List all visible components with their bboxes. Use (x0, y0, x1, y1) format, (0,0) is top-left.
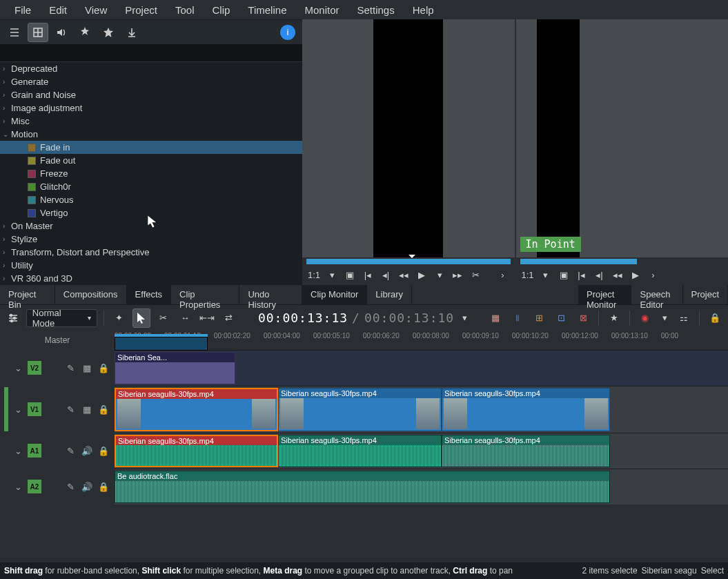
chevron-down-icon[interactable]: ⌄ (11, 480, 25, 493)
clip-monitor-scrubber[interactable] (306, 259, 511, 264)
track-head-a2[interactable]: ⌄ A2 ✎ 🔊 🔒 (0, 469, 115, 504)
tree-item-nervous[interactable]: Nervous (0, 193, 302, 206)
play-icon[interactable]: ▶ (414, 267, 429, 282)
tree-item-fade-in[interactable]: Fade in (0, 141, 302, 154)
tree-item-deprecated[interactable]: ›Deprecated (0, 62, 302, 75)
play-icon[interactable]: ▶ (628, 267, 643, 282)
snap-icon[interactable]: ⊞ (531, 308, 549, 328)
clip-a1-2[interactable]: Siberian seagulls-30fps.mp4 (442, 435, 610, 467)
zoom-label[interactable]: 1:1 (520, 267, 535, 282)
tab-effects[interactable]: Effects (127, 285, 172, 304)
chevron-down-icon[interactable]: ⌄ (11, 361, 25, 375)
track-head-a1[interactable]: ⌄ A1 ✎ 🔊 🔒 (0, 433, 115, 469)
lock-icon[interactable]: 🔒 (706, 308, 724, 328)
tree-item-freeze[interactable]: Freeze (0, 167, 302, 180)
tags-icon[interactable]: ⊠ (575, 308, 593, 328)
edit-mode-select[interactable]: Normal Mode (26, 309, 97, 327)
track-label-v1[interactable]: V1 (28, 402, 41, 416)
lock-icon[interactable]: 🔒 (97, 361, 110, 375)
lock-icon[interactable]: 🔒 (97, 444, 110, 458)
stop-icon[interactable]: ▣ (342, 267, 357, 282)
skip-start-icon[interactable]: |◂ (574, 267, 589, 282)
rewind-icon[interactable]: ◂◂ (396, 267, 411, 282)
track-label-v2[interactable]: V2 (28, 361, 41, 375)
tree-item-motion[interactable]: ⌄Motion (0, 128, 302, 141)
chevron-down-icon[interactable]: ▾ (432, 267, 447, 282)
thumbs-icon[interactable]: ▦ (486, 308, 504, 328)
tree-item-transform[interactable]: ›Transform, Distort and Perspective (0, 246, 302, 259)
menu-tool[interactable]: Tool (166, 1, 204, 19)
fast-forward-icon[interactable]: ▸▸ (450, 267, 465, 282)
chevron-down-icon[interactable]: ▾ (458, 311, 471, 326)
menu-settings[interactable]: Settings (348, 1, 404, 19)
zoom-label[interactable]: 1:1 (306, 267, 322, 282)
fx-icon[interactable]: ✎ (63, 444, 77, 458)
tab-undo-history[interactable]: Undo History (239, 285, 302, 304)
step-back-icon[interactable]: ◂| (378, 267, 393, 282)
chevron-right-icon[interactable]: › (646, 267, 661, 282)
tab-compositions[interactable]: Compositions (55, 285, 127, 304)
info-icon[interactable]: i (277, 23, 298, 42)
effects-search-input[interactable] (0, 44, 302, 62)
star-icon[interactable] (98, 23, 119, 42)
video-icon[interactable]: ▦ (80, 402, 94, 416)
mixer-icon[interactable]: ⚏ (675, 308, 693, 328)
tree-item-glitch0r[interactable]: Glitch0r (0, 180, 302, 193)
clip-v1-0[interactable]: Siberian seagulls-30fps.mp4 (115, 388, 278, 431)
razor-tool-icon[interactable]: ✂ (155, 308, 173, 328)
track-body-v1[interactable]: Siberian seagulls-30fps.mp4 Siberian sea… (115, 386, 728, 433)
grid-view-icon[interactable] (28, 23, 48, 42)
clip-v1-2[interactable]: Siberian seagulls-30fps.mp4 (442, 388, 610, 431)
tree-item-fade-out[interactable]: Fade out (0, 154, 302, 167)
track-body-a1[interactable]: Siberian seagulls-30fps.mp4 Siberian sea… (115, 433, 728, 469)
chevron-down-icon[interactable]: ▾ (324, 267, 340, 282)
menu-help[interactable]: Help (404, 1, 443, 19)
clip-a2-0[interactable]: Be audiotrack.flac (115, 471, 610, 503)
tab-speech-editor[interactable]: Speech Editor (631, 285, 682, 304)
chevron-down-icon[interactable]: ▾ (658, 311, 671, 326)
menu-view[interactable]: View (76, 1, 116, 19)
chevron-down-icon[interactable]: ▾ (538, 267, 553, 282)
clip-v1-1[interactable]: Siberian seagulls-30fps.mp4 (278, 388, 442, 431)
tab-project-bin[interactable]: Project Bin (0, 285, 55, 304)
tab-library[interactable]: Library (367, 285, 412, 304)
clip-a1-0[interactable]: Siberian seagulls-30fps.mp4 (115, 435, 278, 467)
track-body-v2[interactable]: Siberian Sea... (115, 350, 728, 386)
menu-file[interactable]: File (6, 1, 40, 19)
spacer-tool-icon[interactable]: ↔ (176, 308, 194, 328)
tree-item-utility[interactable]: ›Utility (0, 259, 302, 272)
track-label-a2[interactable]: A2 (28, 480, 41, 493)
clip-v2[interactable]: Siberian Sea... (115, 352, 235, 384)
chevron-down-icon[interactable]: ⌄ (11, 444, 25, 458)
tree-item-misc[interactable]: ›Misc (0, 115, 302, 128)
project-monitor-viewport[interactable]: In Point (516, 19, 729, 257)
tree-item-image-adjust[interactable]: ›Image adjustment (0, 101, 302, 115)
track-head-v2[interactable]: ⌄ V2 ✎ ▦ 🔒 (0, 350, 115, 386)
menu-project[interactable]: Project (116, 1, 166, 19)
crop-icon[interactable]: ✂ (468, 267, 483, 282)
menu-timeline[interactable]: Timeline (239, 1, 295, 19)
speaker-icon[interactable]: 🔊 (80, 480, 94, 493)
tree-item-generate[interactable]: ›Generate (0, 75, 302, 88)
fx-icon[interactable]: ✎ (63, 480, 77, 493)
selection-tool-icon[interactable] (132, 308, 150, 328)
markers-icon[interactable]: ⊡ (553, 308, 571, 328)
wand-icon[interactable] (75, 23, 95, 42)
rewind-icon[interactable]: ◂◂ (610, 267, 625, 282)
audio-levels-icon[interactable]: ⫴ (509, 308, 527, 328)
clip-monitor-viewport[interactable] (302, 19, 515, 257)
menu-edit[interactable]: Edit (40, 1, 76, 19)
menu-clip[interactable]: Clip (204, 1, 239, 19)
timecode-current[interactable]: 00:00:13:13 (258, 311, 348, 325)
record-icon[interactable]: ◉ (636, 308, 654, 328)
tree-item-stylize[interactable]: ›Stylize (0, 233, 302, 246)
settings-icon[interactable] (4, 308, 22, 328)
chevron-right-icon[interactable]: › (495, 267, 511, 282)
chevron-down-icon[interactable]: ⌄ (11, 402, 25, 416)
step-back-icon[interactable]: ◂| (592, 267, 607, 282)
menu-monitor[interactable]: Monitor (295, 1, 348, 19)
tab-clip-monitor[interactable]: Clip Monitor (302, 285, 367, 304)
slip-tool-icon[interactable]: ⇤⇥ (198, 308, 216, 328)
project-monitor-scrubber[interactable] (520, 259, 637, 264)
lock-icon[interactable]: 🔒 (97, 402, 110, 416)
